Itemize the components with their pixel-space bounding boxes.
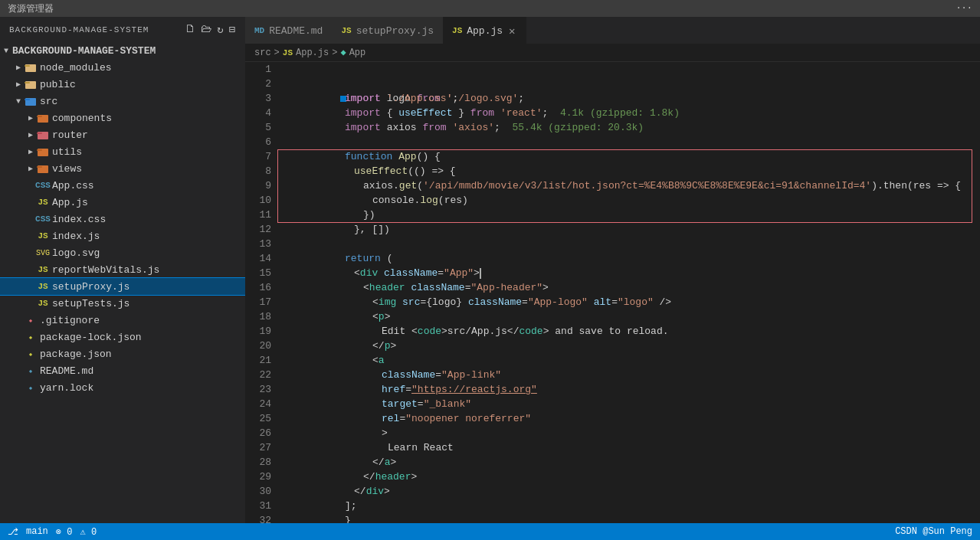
root-label: BACKGROUND-MANAGE-SYSTEM (12, 45, 156, 57)
components-icon (37, 112, 49, 124)
editor-area: MD README.md JS setupProxy.js JS App.js … (245, 17, 980, 523)
code-line-13: return ( (285, 237, 980, 251)
index-js-label: index.js (52, 231, 100, 242)
statusbar-left: ⎇ main ⊗ 0 ⚠ 0 (8, 526, 97, 538)
sidebar-item-router[interactable]: ▶ router (0, 126, 245, 143)
sidebar-item-public[interactable]: ▶ public (0, 76, 245, 93)
ln-32: 32 (251, 513, 271, 523)
code-line-6: function App() { (285, 135, 980, 149)
setuptests-icon: JS (37, 297, 49, 309)
setupproxy-tab-label: setupProxy.js (356, 25, 434, 37)
code-line-12 (285, 222, 980, 237)
titlebar-icons: ··· (955, 3, 972, 14)
ln-23: 23 (251, 382, 271, 397)
sidebar-item-app-css[interactable]: CSS App.css (0, 177, 245, 194)
index-css-icon: CSS (37, 213, 49, 225)
sidebar-item-root[interactable]: ▼ BACKGROUND-MANAGE-SYSTEM (0, 42, 245, 59)
breadcrumb-src: src (254, 47, 271, 58)
sidebar-tree[interactable]: ▼ BACKGROUND-MANAGE-SYSTEM ▶ node_module… (0, 42, 245, 523)
ln-12: 12 (251, 222, 271, 237)
ln-7: 7 (251, 149, 271, 164)
svg-rect-10 (37, 133, 42, 134)
sidebar-header: BACKGROUND-MANAGE-SYSTEM 🗋 🗁 ↻ ⊟ (0, 17, 245, 42)
sidebar-item-gitignore[interactable]: ⬥ .gitignore (0, 312, 245, 329)
ln-30: 30 (251, 484, 271, 499)
code-line-2: import './App.css'; (285, 77, 980, 91)
public-icon (25, 78, 37, 90)
svg-rect-12 (37, 149, 42, 151)
sidebar-item-node_modules[interactable]: ▶ node_modules (0, 59, 245, 76)
new-folder-icon[interactable]: 🗁 (201, 23, 212, 36)
ln-6: 6 (251, 135, 271, 149)
ln-24: 24 (251, 397, 271, 411)
tab-appjs[interactable]: JS App.js ✕ (443, 17, 526, 44)
titlebar: 资源管理器 ··· (0, 0, 980, 17)
sidebar-item-index-css[interactable]: CSS index.css (0, 211, 245, 227)
index-js-icon: JS (37, 230, 49, 242)
sidebar-item-reportwebvitals[interactable]: JS reportWebVitals.js (0, 261, 245, 278)
code-line-19: </p> (285, 324, 980, 339)
setupproxy-icon: JS (37, 280, 49, 293)
sidebar-item-utils[interactable]: ▶ utils (0, 143, 245, 160)
app-css-label: App.css (52, 180, 94, 191)
statusbar: ⎇ main ⊗ 0 ⚠ 0 CSDN @Sun Peng (0, 523, 980, 540)
code-line-30: ]; (285, 484, 980, 499)
refresh-icon[interactable]: ↻ (217, 23, 224, 36)
gitignore-icon: ⬥ (25, 314, 37, 326)
tab-readme[interactable]: MD README.md (245, 17, 332, 44)
sidebar-item-index-js[interactable]: JS index.js (0, 227, 245, 244)
sidebar-item-yarn[interactable]: ⬥ yarn.lock (0, 379, 245, 396)
reportwebvitals-icon: JS (37, 263, 49, 276)
svg-rect-4 (25, 82, 30, 83)
code-area[interactable]: 1 2 3 4 5 6 7 8 9 10 11 12 13 14 15 16 1… (245, 62, 980, 523)
ln-13: 13 (251, 237, 271, 251)
breadcrumb-app: App (349, 47, 366, 58)
sidebar-item-package-json[interactable]: ⬥ package.json (0, 345, 245, 362)
app-js-icon: JS (37, 196, 49, 208)
views-icon (37, 162, 49, 175)
ln-17: 17 (251, 295, 271, 309)
ln-28: 28 (251, 455, 271, 470)
public-arrow: ▶ (12, 80, 25, 89)
git-branch-label: main (26, 526, 48, 537)
code-content[interactable]: import logo from './logo.svg'; import '.… (277, 62, 980, 523)
ln-27: 27 (251, 440, 271, 455)
reportwebvitals-label: reportWebVitals.js (52, 264, 159, 276)
sidebar-item-setupproxy[interactable]: JS setupProxy.js (0, 278, 245, 295)
package-json-icon: ⬥ (25, 348, 37, 360)
ln-20: 20 (251, 339, 271, 353)
node_modules-icon (25, 61, 37, 74)
ln-1: 1 (251, 62, 271, 77)
tab-setupproxy[interactable]: JS setupProxy.js (332, 17, 443, 44)
ln-29: 29 (251, 470, 271, 484)
code-line-18: Edit <code>src/App.js</code> and save to… (285, 309, 980, 324)
code-line-14: <div className="App"> (285, 251, 980, 266)
ln-10: 10 (251, 193, 271, 208)
code-line-21: className="App-link" (285, 353, 980, 368)
sidebar-item-components[interactable]: ▶ components (0, 110, 245, 126)
views-arrow: ▶ (25, 164, 37, 173)
new-file-icon[interactable]: 🗋 (185, 23, 196, 36)
svg-rect-14 (37, 166, 42, 168)
code-line-28: </header> (285, 455, 980, 470)
sidebar-item-app-js[interactable]: JS App.js (0, 194, 245, 211)
ln-5: 5 (251, 120, 271, 135)
setuptests-label: setupTests.js (52, 298, 129, 309)
ellipsis-icon[interactable]: ··· (955, 3, 972, 14)
node_modules-arrow: ▶ (12, 63, 25, 72)
sidebar-item-views[interactable]: ▶ views (0, 160, 245, 177)
sidebar-item-src[interactable]: ▼ src (0, 93, 245, 110)
sidebar-item-logo-svg[interactable]: SVG logo.svg (0, 244, 245, 261)
sidebar-item-setuptests[interactable]: JS setupTests.js (0, 295, 245, 312)
code-line-5 (285, 120, 980, 135)
code-line-22: href="https://reactjs.org" (285, 368, 980, 382)
utils-arrow: ▶ (25, 147, 37, 156)
code-line-25: > (285, 411, 980, 426)
code-line-3: import { useEffect } from 'react'; 4.1k … (285, 91, 980, 106)
sidebar-item-readme[interactable]: ⬥ README.md (0, 362, 245, 379)
ln-16: 16 (251, 280, 271, 295)
package-json-label: package.json (40, 349, 112, 360)
collapse-icon[interactable]: ⊟ (229, 23, 236, 36)
tab-close-icon[interactable]: ✕ (507, 23, 516, 39)
sidebar-item-package-lock[interactable]: ⬥ package-lock.json (0, 329, 245, 345)
